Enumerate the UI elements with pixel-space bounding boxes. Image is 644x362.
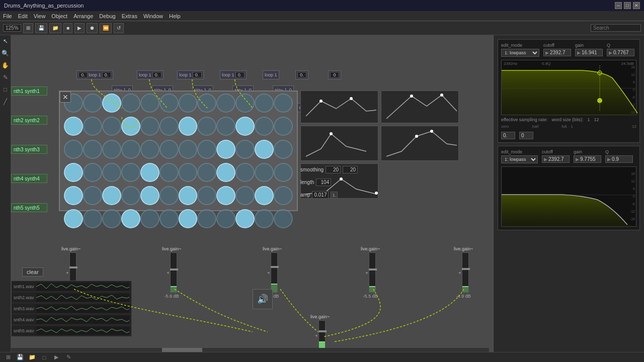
bottom-icon-pencil[interactable]: ✎ bbox=[64, 353, 72, 361]
close-button[interactable]: ✕ bbox=[60, 92, 71, 103]
toolbar-btn-play[interactable]: ▶ bbox=[74, 23, 85, 33]
drum-pad-1-6[interactable] bbox=[179, 117, 198, 136]
drum-pad-4-8[interactable] bbox=[216, 186, 235, 205]
drum-pad-4-2[interactable] bbox=[102, 186, 121, 205]
drum-pad-5-0[interactable] bbox=[64, 209, 83, 228]
sidebar-pencil-icon[interactable]: ✎ bbox=[2, 73, 10, 81]
canvas-area[interactable]: nth1 synth1 nth2 synth2 nth3 synth3 nth4… bbox=[11, 35, 493, 352]
drum-pad-1-7[interactable] bbox=[197, 117, 216, 136]
drum-pad-3-6[interactable] bbox=[179, 163, 198, 182]
clear-button[interactable]: clear bbox=[22, 267, 43, 277]
drum-pad-2-1[interactable] bbox=[83, 140, 102, 159]
drum-pad-5-2[interactable] bbox=[102, 209, 121, 228]
drum-pad-3-0[interactable] bbox=[64, 163, 83, 182]
toolbar-btn-open[interactable]: 📁 bbox=[49, 23, 61, 33]
sidebar-pointer-icon[interactable]: ↖ bbox=[2, 37, 10, 45]
drum-pad-4-1[interactable] bbox=[83, 186, 102, 205]
drum-pad-3-4[interactable] bbox=[140, 163, 159, 182]
drum-pad-4-7[interactable] bbox=[197, 186, 216, 205]
bottom-icon-play[interactable]: ▶ bbox=[52, 353, 60, 361]
drum-pad-0-2[interactable] bbox=[102, 94, 121, 113]
drum-pad-4-5[interactable] bbox=[159, 186, 179, 205]
drum-pad-2-7[interactable] bbox=[197, 140, 216, 159]
drum-pad-0-8[interactable] bbox=[216, 94, 235, 113]
loop-node-4[interactable]: loop 1 0. bbox=[220, 70, 247, 79]
drum-pad-1-8[interactable] bbox=[216, 117, 235, 136]
drum-pad-2-4[interactable] bbox=[140, 140, 159, 159]
toolbar-btn-rewind[interactable]: ⏪ bbox=[100, 23, 112, 33]
drum-pad-3-7[interactable] bbox=[197, 163, 216, 182]
drum-pad-5-9[interactable] bbox=[235, 209, 255, 228]
track-label-4[interactable]: nth4 synth4 bbox=[11, 174, 47, 183]
speaker-button[interactable]: 🔊 bbox=[253, 289, 273, 309]
sidebar-zoom-icon[interactable]: 🔍 bbox=[2, 49, 10, 57]
drum-pad-2-2[interactable] bbox=[102, 140, 121, 159]
track-label-2[interactable]: nth2 synth2 bbox=[11, 116, 47, 125]
drum-pad-0-5[interactable] bbox=[159, 94, 179, 113]
menu-item-extras[interactable]: Extras bbox=[122, 13, 137, 19]
loop-node-1[interactable]: 0. loop 1 0. bbox=[76, 70, 113, 79]
gain-val-1[interactable]: ▶ 16.941 bbox=[575, 49, 603, 56]
drum-pad-2-6[interactable] bbox=[179, 140, 198, 159]
toolbar-btn-record[interactable]: ⏺ bbox=[87, 23, 98, 33]
drum-pad-1-11[interactable] bbox=[274, 117, 293, 136]
Q-val-2[interactable]: ▶ 0.9 bbox=[605, 155, 633, 163]
drum-pad-4-10[interactable] bbox=[255, 186, 274, 205]
menu-item-file[interactable]: File bbox=[3, 13, 12, 19]
drum-pad-3-10[interactable] bbox=[255, 163, 274, 182]
drum-pad-4-11[interactable] bbox=[274, 186, 293, 205]
gain-slider-2[interactable] bbox=[170, 252, 177, 293]
cutoff-val-2[interactable]: ▶ 2392.7 bbox=[542, 155, 570, 163]
gain-slider-3[interactable] bbox=[271, 252, 278, 293]
cutoff-val-1[interactable]: ▶ 2392.7 bbox=[543, 49, 571, 56]
drum-pad-5-5[interactable] bbox=[159, 209, 179, 228]
sidebar-line-icon[interactable]: ╱ bbox=[2, 98, 10, 106]
drum-pad-0-1[interactable] bbox=[83, 94, 102, 113]
drum-pad-0-6[interactable] bbox=[179, 94, 198, 113]
sidebar-box-icon[interactable]: □ bbox=[2, 85, 10, 94]
drum-pad-0-9[interactable] bbox=[235, 94, 255, 113]
drum-pad-2-11[interactable] bbox=[274, 140, 293, 159]
drum-pad-2-10[interactable] bbox=[255, 140, 274, 159]
loop-node-2[interactable]: loop 1 0. bbox=[137, 70, 164, 79]
drum-pad-4-4[interactable] bbox=[140, 186, 159, 205]
track-label-1[interactable]: nth1 synth1 bbox=[11, 86, 47, 96]
toolbar-btn-stop[interactable]: ■ bbox=[63, 23, 72, 33]
drum-pad-1-2[interactable] bbox=[102, 117, 121, 136]
menu-item-edit[interactable]: Edit bbox=[18, 13, 28, 19]
drum-pad-3-5[interactable] bbox=[159, 163, 179, 182]
drum-pad-2-8[interactable] bbox=[216, 140, 235, 159]
maximize-button[interactable]: □ bbox=[624, 2, 631, 9]
drum-pad-3-1[interactable] bbox=[83, 163, 102, 182]
toolbar-btn-save[interactable]: 💾 bbox=[35, 23, 47, 33]
drum-pad-5-1[interactable] bbox=[83, 209, 102, 228]
bottom-icon-save[interactable]: 💾 bbox=[16, 353, 24, 361]
drum-pad-0-10[interactable] bbox=[255, 94, 274, 113]
drum-pad-0-7[interactable] bbox=[197, 94, 216, 113]
scrollbar-thumb-h[interactable] bbox=[162, 348, 202, 352]
search-input[interactable] bbox=[591, 24, 641, 32]
drum-pad-1-5[interactable] bbox=[159, 117, 179, 136]
zoom-level[interactable]: 125% bbox=[3, 24, 21, 32]
smoothing-val[interactable]: 20 bbox=[326, 166, 341, 173]
menu-item-debug[interactable]: Debug bbox=[99, 13, 115, 19]
gain-val-2[interactable]: ▶ 9.7755 bbox=[574, 155, 601, 163]
loop-node-7[interactable]: 0 bbox=[328, 70, 341, 79]
drum-pad-1-0[interactable] bbox=[64, 117, 83, 136]
edit-mode-select-1[interactable]: 1: lowpass 2: highpass 3: bandpass bbox=[501, 49, 539, 57]
drum-pad-0-4[interactable] bbox=[140, 94, 159, 113]
drum-pad-0-11[interactable] bbox=[274, 94, 293, 113]
toolbar-btn-new[interactable]: ⊞ bbox=[23, 23, 33, 33]
track-label-5[interactable]: nth5 synth5 bbox=[11, 203, 47, 212]
menu-item-arrange[interactable]: Arrange bbox=[73, 13, 93, 19]
gain-slider-4[interactable] bbox=[369, 252, 376, 293]
bottom-icon-box[interactable]: □ bbox=[40, 353, 48, 361]
bottom-icon-folder[interactable]: 📁 bbox=[28, 353, 36, 361]
Q-val-1[interactable]: ▶ 0.7767 bbox=[607, 49, 634, 56]
drum-pad-1-10[interactable] bbox=[255, 117, 274, 136]
drum-pad-5-11[interactable] bbox=[274, 209, 293, 228]
drum-pad-2-9[interactable] bbox=[235, 140, 255, 159]
amp-val[interactable]: 0.017 bbox=[312, 191, 329, 199]
loop-node-6[interactable]: 0. bbox=[295, 70, 308, 79]
drum-pad-2-5[interactable] bbox=[159, 140, 179, 159]
